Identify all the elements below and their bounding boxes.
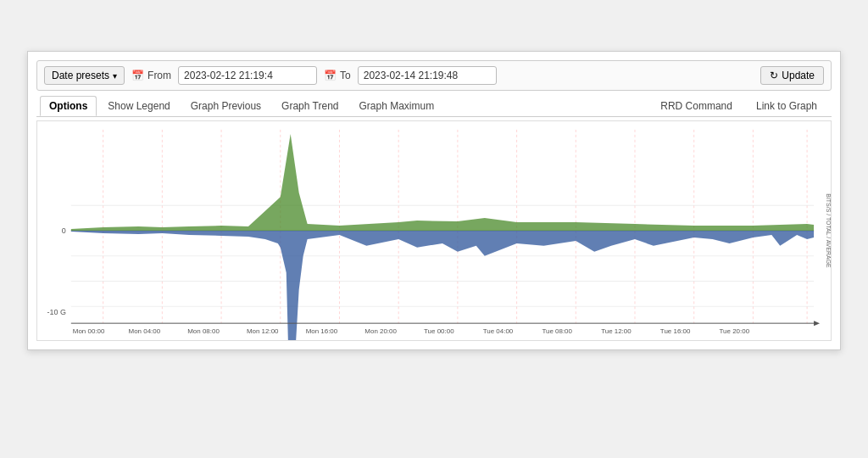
tab-rrd-command[interactable]: RRD Command [651,96,742,116]
svg-text:Mon 08:00: Mon 08:00 [187,327,220,335]
from-label: From [147,70,171,81]
svg-text:Mon 16:00: Mon 16:00 [306,327,338,335]
tab-graph-previous[interactable]: Graph Previous [181,96,270,116]
svg-text:Mon 12:00: Mon 12:00 [247,327,279,335]
tab-show-legend[interactable]: Show Legend [98,96,179,116]
svg-text:Tue 00:00: Tue 00:00 [424,327,454,335]
svg-text:-10 G: -10 G [47,308,65,316]
chevron-down-icon: ▾ [113,71,117,81]
svg-text:0: 0 [62,226,66,235]
toolbar: Date presets ▾ 📅 From 📅 To ↻ Update [36,60,832,91]
svg-text:Tue 12:00: Tue 12:00 [601,327,632,335]
graph-container: 0 -10 G Mon 00:00 Mon 04:00 Mon 08:00 Mo… [36,120,832,341]
update-button[interactable]: ↻ Update [760,66,824,85]
from-label-group: 📅 From [131,70,171,81]
svg-text:Mon 04:00: Mon 04:00 [129,327,161,335]
date-presets-button[interactable]: Date presets ▾ [44,66,125,85]
tab-graph-trend[interactable]: Graph Trend [272,96,348,116]
to-label: To [340,70,351,81]
nav-tabs: Options Show Legend Graph Previous Graph… [36,96,832,117]
to-label-group: 📅 To [324,70,351,81]
update-label: Update [782,70,815,81]
from-date-input[interactable] [178,66,317,85]
svg-text:Tue 16:00: Tue 16:00 [660,327,691,335]
tab-link-to-graph[interactable]: Link to Graph [747,96,826,116]
to-date-input[interactable] [358,66,497,85]
date-presets-label: Date presets [52,70,109,81]
graph-svg: 0 -10 G Mon 00:00 Mon 04:00 Mon 08:00 Mo… [37,121,831,340]
svg-text:Tue 20:00: Tue 20:00 [720,327,750,335]
svg-text:Tue 08:00: Tue 08:00 [542,327,572,335]
calendar-icon-to: 📅 [324,70,337,81]
calendar-icon: 📅 [131,70,144,81]
refresh-icon: ↻ [770,70,778,81]
svg-text:Tue 04:00: Tue 04:00 [483,327,514,335]
svg-text:Mon 20:00: Mon 20:00 [364,327,397,335]
tab-graph-maximum[interactable]: Graph Maximum [349,96,443,116]
svg-text:Mon 00:00: Mon 00:00 [73,327,105,335]
svg-text:BITS/S / TOTAL / AVERAGE: BITS/S / TOTAL / AVERAGE [826,193,831,268]
tab-options[interactable]: Options [40,96,97,116]
